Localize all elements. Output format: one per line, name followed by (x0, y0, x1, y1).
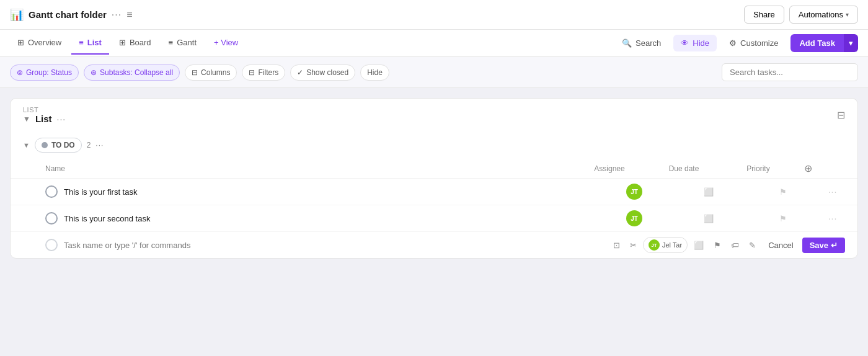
show-closed-chip[interactable]: ✓ Show closed (290, 65, 355, 81)
main-content: List ▼ List ··· ⊟ ▼ TO DO 2 ··· (0, 88, 868, 356)
list-title: List (35, 113, 52, 124)
col-priority-header: Priority (721, 164, 795, 173)
panel-button[interactable]: ⊟ (837, 109, 845, 121)
new-task-priority-icon[interactable]: ⚑ (710, 238, 725, 252)
list-header-left: List ▼ List ··· (23, 106, 66, 124)
toolbar-left: ⊚ Group: Status ⊛ Subtasks: Collapse all… (10, 65, 389, 81)
add-task-wrapper: Add Task ▾ (790, 34, 858, 52)
cancel-button[interactable]: Cancel (762, 238, 799, 253)
new-task-check (45, 239, 58, 251)
filters-chip[interactable]: ⊟ Filters (242, 65, 285, 81)
group-status-chip[interactable]: ⊚ Group: Status (10, 65, 79, 81)
new-task-tag-icon[interactable]: ✂ (626, 238, 640, 252)
col-name-header: Name (45, 164, 572, 173)
task-assignee-2[interactable]: JT (597, 210, 671, 226)
task-name-2[interactable]: This is your second task (64, 214, 597, 223)
subtasks-icon: ⊛ (91, 68, 97, 77)
table-row: This is your first task JT ⬜ ⚑ ··· (11, 179, 857, 205)
jel-tar-avatar: JT (649, 239, 660, 251)
list-collapse-button[interactable]: ▼ (23, 115, 30, 123)
hide-nav-icon: 👁 (681, 38, 689, 48)
list-title-row: ▼ List ··· (23, 113, 66, 124)
nav-tabs-left: ⊞ Overview ≡ List ⊞ Board ≡ Gantt + View (10, 32, 246, 55)
top-bar-right: Share Automations ▾ (744, 6, 858, 24)
folder-options-icon[interactable]: ··· (112, 9, 122, 20)
group-count: 2 (87, 141, 91, 149)
tab-board[interactable]: ⊞ Board (112, 32, 159, 55)
hide-nav-button[interactable]: 👁 Hide (673, 35, 717, 51)
nav-tabs: ⊞ Overview ≡ List ⊞ Board ≡ Gantt + View… (0, 30, 868, 57)
tab-overview[interactable]: ⊞ Overview (10, 32, 69, 55)
hide-chip[interactable]: Hide (360, 65, 389, 81)
group-collapse-button[interactable]: ▼ (23, 141, 30, 149)
task-duedate-2[interactable]: ⬜ (671, 214, 746, 223)
top-bar: 📊 Gantt chart folder ··· ≡ Share Automat… (0, 0, 868, 30)
new-task-actions: ⊡ ✂ JT Jel Tar ⬜ ⚑ 🏷 ✎ Cancel Save ↵ (609, 237, 845, 253)
add-task-button[interactable]: Add Task (790, 34, 844, 52)
list-more-icon[interactable]: ··· (57, 114, 66, 124)
add-task-chevron-button[interactable]: ▾ (844, 34, 858, 52)
gantt-icon: ≡ (169, 38, 174, 47)
tab-gantt[interactable]: ≡ Gantt (161, 32, 204, 55)
tab-add-view[interactable]: + View (206, 32, 246, 55)
group-label: TO DO (51, 141, 75, 149)
col-assignee-header: Assignee (572, 164, 647, 173)
overview-icon: ⊞ (17, 38, 24, 47)
folder-title: Gantt chart folder (29, 9, 107, 20)
task-more-1[interactable]: ··· (820, 187, 845, 197)
group-status-icon: ⊚ (17, 68, 23, 77)
new-task-row: ⊡ ✂ JT Jel Tar ⬜ ⚑ 🏷 ✎ Cancel Save ↵ (11, 232, 857, 258)
automations-chevron-icon: ▾ (846, 11, 849, 18)
automations-button[interactable]: Automations ▾ (789, 6, 858, 24)
task-check-1[interactable] (45, 185, 58, 198)
group-more-icon[interactable]: ··· (95, 141, 104, 149)
enter-icon: ↵ (831, 241, 838, 250)
list-icon: ≡ (79, 38, 84, 47)
filters-icon: ⊟ (249, 68, 255, 77)
task-more-2[interactable]: ··· (820, 213, 845, 223)
list-header: List ▼ List ··· ⊟ (11, 99, 857, 127)
task-assignee-1[interactable]: JT (597, 184, 671, 200)
board-icon: ⊞ (119, 38, 126, 47)
nav-tabs-right: 🔍 Search 👁 Hide ⚙ Customize Add Task ▾ (614, 34, 858, 52)
toolbar: ⊚ Group: Status ⊛ Subtasks: Collapse all… (0, 57, 868, 88)
subtasks-chip[interactable]: ⊛ Subtasks: Collapse all (84, 65, 180, 81)
col-add-header: ⊕ (795, 162, 820, 174)
column-headers: Name Assignee Due date Priority ⊕ (11, 159, 857, 179)
task-check-2[interactable] (45, 212, 58, 225)
search-tasks-wrapper (722, 63, 858, 81)
group-badge[interactable]: TO DO (35, 138, 82, 153)
show-closed-icon: ✓ (297, 68, 303, 77)
avatar: JT (626, 210, 642, 226)
share-button[interactable]: Share (744, 6, 784, 24)
list-sublabel: List (23, 106, 66, 113)
new-task-assign-icon[interactable]: ⊡ (609, 238, 624, 252)
task-duedate-1[interactable]: ⬜ (671, 187, 746, 197)
group-header: ▼ TO DO 2 ··· (11, 131, 857, 159)
task-name-1[interactable]: This is your first task (64, 187, 597, 197)
top-bar-left: 📊 Gantt chart folder ··· ≡ (10, 8, 133, 22)
search-tasks-input[interactable] (722, 63, 858, 81)
new-task-edit-icon[interactable]: ✎ (745, 238, 760, 252)
search-nav-icon: 🔍 (622, 38, 632, 48)
new-task-date-icon[interactable]: ⬜ (690, 238, 707, 252)
task-priority-2[interactable]: ⚑ (746, 214, 820, 223)
group-dot-icon (42, 142, 48, 148)
customize-button[interactable]: ⚙ Customize (722, 35, 786, 51)
columns-chip[interactable]: ⊟ Columns (185, 65, 237, 81)
new-task-label-icon[interactable]: 🏷 (727, 238, 743, 252)
customize-icon: ⚙ (729, 38, 737, 48)
task-priority-1[interactable]: ⚑ (746, 187, 820, 197)
col-duedate-header: Due date (647, 164, 721, 173)
menu-icon[interactable]: ≡ (126, 9, 132, 20)
list-card: List ▼ List ··· ⊟ ▼ TO DO 2 ··· (10, 98, 858, 259)
folder-icon: 📊 (10, 8, 24, 22)
table-row: This is your second task JT ⬜ ⚑ ··· (11, 205, 857, 232)
columns-icon: ⊟ (192, 68, 198, 77)
new-task-input[interactable] (64, 241, 609, 250)
tab-list[interactable]: ≡ List (71, 32, 109, 55)
search-nav-button[interactable]: 🔍 Search (614, 35, 668, 51)
save-button[interactable]: Save ↵ (802, 238, 845, 253)
add-column-button[interactable]: ⊕ (804, 162, 812, 174)
jel-tar-badge[interactable]: JT Jel Tar (643, 237, 688, 253)
